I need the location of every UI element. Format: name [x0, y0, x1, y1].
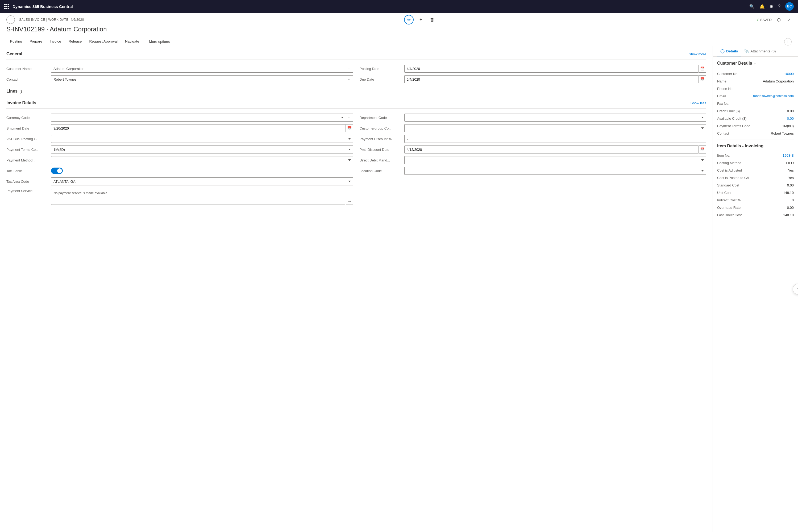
- page-container: ← SALES INVOICE | WORK DATE: 4/6/2020 ✏ …: [0, 13, 798, 532]
- due-date-calendar-button[interactable]: 📅: [699, 75, 706, 83]
- direct-debit-label: Direct Debit Mand...: [360, 158, 402, 162]
- contact-more-button[interactable]: ···: [346, 75, 353, 83]
- attachments-tab[interactable]: 📎 Attachments (0): [741, 46, 779, 56]
- help-icon[interactable]: ?: [778, 4, 780, 9]
- department-code-select[interactable]: [404, 114, 706, 121]
- right-panel-tabs: ◯ Details 📎 Attachments (0): [713, 46, 798, 57]
- posting-date-label: Posting Date: [360, 67, 402, 71]
- customer-name-detail-label: Name: [717, 79, 726, 83]
- indirect-cost-row: Indirect Cost % 0: [717, 196, 794, 204]
- customer-name-input[interactable]: [51, 65, 346, 73]
- breadcrumb: SALES INVOICE | WORK DATE: 4/6/2020: [19, 18, 84, 22]
- posting-date-calendar-button[interactable]: 📅: [699, 65, 706, 73]
- department-code-row: Department Code: [360, 113, 706, 122]
- overhead-rate-value: 0.00: [787, 206, 794, 210]
- payment-service-text: No payment service is made available.: [51, 189, 345, 205]
- gear-icon[interactable]: ⚙: [770, 4, 773, 9]
- payment-terms-row: Payment Terms Co... 1M(8D): [6, 145, 353, 154]
- shipment-date-calendar-button[interactable]: 📅: [346, 124, 353, 132]
- due-date-input[interactable]: [404, 75, 699, 83]
- posting-button[interactable]: Posting: [6, 37, 26, 46]
- add-button[interactable]: +: [418, 15, 424, 24]
- scroll-right-button[interactable]: ›: [793, 284, 798, 294]
- payment-terms-select[interactable]: 1M(8D): [51, 146, 353, 153]
- cost-is-adjusted-row: Cost is Adjusted Yes: [717, 167, 794, 174]
- saved-status: ✓ SAVED: [756, 18, 772, 22]
- payment-terms-label: Payment Terms Co...: [6, 148, 49, 152]
- available-credit-value[interactable]: 0.00: [787, 116, 794, 120]
- payment-service-more-button[interactable]: ···: [346, 189, 353, 205]
- cost-is-posted-value: Yes: [788, 176, 794, 180]
- left-panel: General Show more Customer Name ··· Post…: [0, 46, 713, 532]
- tax-area-code-select[interactable]: ATLANTA, GA: [51, 177, 353, 185]
- unit-cost-row: Unit Cost 148.10: [717, 189, 794, 196]
- currency-code-label: Currency Code: [6, 116, 49, 120]
- request-approval-button[interactable]: Request Approval: [86, 37, 121, 46]
- location-code-select[interactable]: [404, 167, 706, 175]
- payment-terms-detail-row: Payment Terms Code 1M(8D): [717, 122, 794, 130]
- costing-method-value: FIFO: [786, 161, 794, 165]
- direct-debit-select[interactable]: [404, 156, 706, 164]
- invoice-details-title: Invoice Details: [6, 100, 36, 105]
- credit-limit-row: Credit Limit ($) 0.00: [717, 107, 794, 115]
- cost-is-posted-row: Cost is Posted to G/L Yes: [717, 174, 794, 182]
- invoice-button[interactable]: Invoice: [46, 37, 65, 46]
- back-button[interactable]: ←: [6, 15, 15, 24]
- prepare-button[interactable]: Prepare: [26, 37, 46, 46]
- bell-icon[interactable]: 🔔: [759, 4, 765, 9]
- tax-liable-toggle[interactable]: [51, 168, 63, 174]
- user-avatar[interactable]: BC: [785, 2, 794, 11]
- top-nav-icons: 🔍 🔔 ⚙ ? BC: [749, 2, 794, 11]
- customergroup-select[interactable]: [404, 124, 706, 132]
- search-icon[interactable]: 🔍: [749, 4, 755, 9]
- pmt-discount-date-calendar-button[interactable]: 📅: [699, 146, 706, 153]
- customer-no-value[interactable]: 10000: [784, 72, 794, 76]
- details-tab[interactable]: ◯ Details: [717, 46, 741, 56]
- customer-name-more-button[interactable]: ···: [346, 65, 353, 73]
- lines-expand-icon[interactable]: ❯: [20, 89, 23, 93]
- last-direct-cost-label: Last Direct Cost: [717, 213, 742, 217]
- indirect-cost-label: Indirect Cost %: [717, 198, 741, 202]
- pmt-discount-date-label: Pmt. Discount Date: [360, 148, 402, 152]
- tax-liable-toggle-container: [51, 168, 63, 174]
- shipment-date-input[interactable]: [51, 124, 346, 132]
- payment-terms-detail-label: Payment Terms Code: [717, 124, 750, 128]
- currency-code-select[interactable]: [51, 114, 346, 121]
- email-value[interactable]: robert.townes@contoso.com: [753, 94, 794, 98]
- payment-method-select[interactable]: [51, 156, 353, 164]
- info-button[interactable]: i: [784, 38, 792, 45]
- more-options-button[interactable]: More options: [145, 38, 173, 46]
- invoice-details-form: Currency Code ··· Department Code Shipme…: [6, 113, 706, 205]
- release-button[interactable]: Release: [65, 37, 86, 46]
- edit-button[interactable]: ✏: [404, 15, 414, 24]
- delete-button[interactable]: 🗑: [428, 15, 436, 24]
- tax-area-code-label: Tax Area Code: [6, 179, 49, 184]
- collapse-button[interactable]: ⤢: [786, 16, 792, 23]
- contact-input[interactable]: [51, 75, 346, 83]
- pmt-discount-date-input[interactable]: [404, 146, 699, 153]
- section-divider-1: [717, 139, 794, 139]
- costing-method-label: Costing Method: [717, 161, 741, 165]
- payment-discount-input[interactable]: [404, 135, 706, 143]
- open-in-window-button[interactable]: ⬡: [776, 16, 782, 23]
- general-divider: [6, 60, 706, 60]
- customer-details-section-title[interactable]: Customer Details ⌄: [717, 61, 794, 66]
- show-more-link[interactable]: Show more: [689, 52, 706, 56]
- customer-name-detail-row: Name Adatum Corporation: [717, 77, 794, 85]
- posting-date-input[interactable]: [404, 65, 699, 73]
- email-row: Email robert.townes@contoso.com: [717, 92, 794, 100]
- show-less-link[interactable]: Show less: [690, 101, 706, 105]
- app-grid-icon[interactable]: [4, 4, 9, 9]
- available-credit-row: Available Credit ($) 0.00: [717, 115, 794, 122]
- overhead-rate-label: Overhead Rate: [717, 206, 741, 210]
- record-title-area: S-INV102199 · Adatum Corporation: [0, 25, 798, 37]
- vat-bus-posting-select[interactable]: [51, 135, 353, 143]
- currency-code-more-button[interactable]: ···: [346, 114, 353, 121]
- due-date-row: Due Date 📅: [360, 75, 706, 83]
- tax-liable-label: Tax Liable: [6, 169, 49, 173]
- last-direct-cost-value: 148.10: [783, 213, 794, 217]
- item-no-value[interactable]: 1968-S: [783, 153, 794, 157]
- navigate-button[interactable]: Navigate: [121, 37, 143, 46]
- contact-detail-row: Contact Robert Townes: [717, 130, 794, 137]
- payment-discount-label: Payment Discount %: [360, 137, 402, 141]
